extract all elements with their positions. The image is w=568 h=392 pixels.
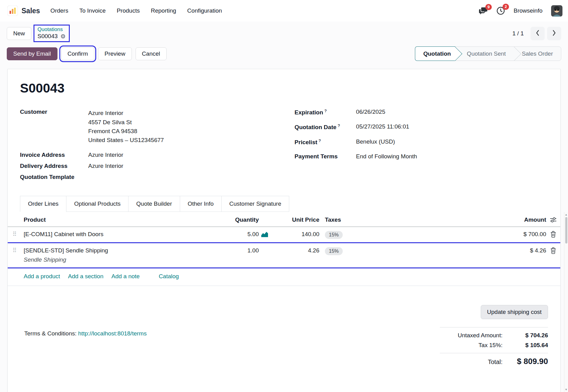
customer-address-line: Fremont CA 94538 <box>88 128 137 134</box>
product-cell[interactable]: [SENDLE-STD] Sendle Shipping <box>24 247 108 254</box>
tab-optional-products[interactable]: Optional Products <box>66 196 128 212</box>
sales-app-icon[interactable] <box>7 6 18 16</box>
tab-customer-signature[interactable]: Customer Signature <box>221 196 289 212</box>
help-icon: ? <box>318 138 321 143</box>
pager-previous-button[interactable] <box>531 27 545 40</box>
form-fields: Customer Azure Interior 4557 De Silva St… <box>20 109 548 185</box>
trash-icon[interactable] <box>550 231 556 238</box>
amount-cell: $ 4.26 <box>375 247 546 254</box>
pager-value[interactable]: 1 / 1 <box>512 30 524 37</box>
menu-orders[interactable]: Orders <box>50 7 68 14</box>
column-header-taxes: Taxes <box>319 216 375 223</box>
terms-link[interactable]: http://localhost:8018/terms <box>78 330 147 337</box>
status-step-sales-order[interactable]: Sales Order <box>514 47 561 61</box>
scrollbar-down-icon[interactable]: ▼ <box>565 387 568 392</box>
quotation-date-field[interactable]: 05/27/2025 11:06:01 <box>356 123 409 131</box>
pager: 1 / 1 <box>512 27 561 40</box>
new-button[interactable]: New <box>7 27 31 40</box>
add-a-section-link[interactable]: Add a section <box>68 273 103 280</box>
customer-field[interactable]: Azure Interior <box>88 110 123 116</box>
tax-value: $ 105.64 <box>503 342 548 349</box>
update-shipping-cost-button[interactable]: Update shipping cost <box>481 305 548 319</box>
scrollbar-up-icon[interactable]: ▲ <box>565 212 568 217</box>
app-name[interactable]: Sales <box>22 7 40 15</box>
untaxed-amount-value: $ 704.26 <box>503 332 548 339</box>
main-menu: Orders To Invoice Products Reporting Con… <box>50 7 222 14</box>
preview-button[interactable]: Preview <box>98 47 132 60</box>
tax-label: Tax 15%: <box>479 342 503 349</box>
control-panel: New Quotations S00043 ⚙ 1 / 1 <box>0 22 568 44</box>
scrollbar-thumb[interactable] <box>565 217 567 244</box>
top-navbar: Sales Orders To Invoice Products Reporti… <box>0 0 568 22</box>
tab-quote-builder[interactable]: Quote Builder <box>128 196 180 212</box>
delivery-address-field[interactable]: Azure Interior <box>88 163 123 169</box>
column-header-unit-price: Unit Price <box>270 216 319 223</box>
unit-price-cell[interactable]: 140.00 <box>270 231 319 238</box>
tab-other-info[interactable]: Other Info <box>180 196 222 212</box>
customer-address-line: 4557 De Silva St <box>88 119 132 125</box>
breadcrumb-parent-link[interactable]: Quotations <box>37 26 66 33</box>
status-step-quotation[interactable]: Quotation <box>415 46 455 61</box>
forecast-icon[interactable] <box>261 231 269 238</box>
terms-label: Terms & Conditions: <box>24 330 77 337</box>
menu-to-invoice[interactable]: To Invoice <box>79 7 106 14</box>
catalog-link[interactable]: Catalog <box>159 273 179 280</box>
product-note[interactable]: Sendle Shipping <box>24 256 193 263</box>
avatar[interactable] <box>551 5 562 17</box>
expiration-field[interactable]: 06/26/2025 <box>356 109 385 116</box>
menu-reporting[interactable]: Reporting <box>151 7 176 14</box>
user-name[interactable]: Browseinfo <box>514 7 542 14</box>
cancel-button[interactable]: Cancel <box>136 47 167 60</box>
payment-terms-field[interactable]: End of Following Month <box>356 153 417 160</box>
pricelist-label: Pricelist? <box>294 138 356 146</box>
statusbar: Quotation Quotation Sent Sales Order <box>415 46 561 61</box>
add-a-product-link[interactable]: Add a product <box>24 273 60 280</box>
sliders-icon[interactable] <box>550 217 557 223</box>
action-bar: Send by Email Confirm Preview Cancel Quo… <box>0 44 568 66</box>
tax-badge[interactable]: 15% <box>325 247 343 255</box>
customer-address-line: United States – US12345677 <box>88 137 164 143</box>
confirm-button[interactable]: Confirm <box>61 47 95 60</box>
drag-handle-icon[interactable]: ⠿ <box>8 231 21 238</box>
form-sheet: S00043 Customer Azure Interior 4557 De S… <box>7 69 561 392</box>
invoice-address-field[interactable]: Azure Interior <box>88 152 123 158</box>
tax-badge[interactable]: 15% <box>325 231 343 239</box>
help-icon: ? <box>338 123 340 128</box>
messages-icon[interactable]: 9 <box>479 7 488 15</box>
totals-block: Untaxed Amount: $ 704.26 Tax 15%: $ 105.… <box>440 327 548 368</box>
invoice-address-label: Invoice Address <box>20 152 88 158</box>
total-value: $ 809.90 <box>503 357 548 366</box>
send-by-email-button[interactable]: Send by Email <box>7 47 57 60</box>
column-header-quantity: Quantity <box>193 216 259 223</box>
unit-price-cell[interactable]: 4.26 <box>270 247 319 254</box>
messages-badge: 9 <box>485 4 492 10</box>
order-lines-table: Product Quantity Unit Price Taxes Amount… <box>8 212 560 286</box>
pricelist-field[interactable]: Benelux (USD) <box>356 138 395 146</box>
notebook-tabs: Order Lines Optional Products Quote Buil… <box>20 196 289 212</box>
expiration-label: Expiration? <box>294 109 356 116</box>
menu-products[interactable]: Products <box>117 7 140 14</box>
activities-icon[interactable]: 2 <box>496 6 505 15</box>
page-title: S00043 <box>20 81 548 96</box>
add-a-note-link[interactable]: Add a note <box>111 273 140 280</box>
trash-icon[interactable] <box>550 247 556 254</box>
customer-label: Customer <box>20 109 88 145</box>
chevron-left-icon <box>536 30 539 37</box>
tab-order-lines[interactable]: Order Lines <box>20 196 66 212</box>
column-header-product: Product <box>21 216 193 223</box>
delivery-address-label: Delivery Address <box>20 163 88 169</box>
amount-cell: $ 700.00 <box>375 231 546 238</box>
gear-icon[interactable]: ⚙ <box>61 34 66 39</box>
pager-next-button[interactable] <box>547 27 561 40</box>
quotation-date-label: Quotation Date? <box>294 123 356 131</box>
status-step-quotation-sent[interactable]: Quotation Sent <box>455 47 514 61</box>
table-footer-links: Add a product Add a section Add a note C… <box>8 267 560 286</box>
table-header-row: Product Quantity Unit Price Taxes Amount <box>8 212 560 227</box>
column-header-amount: Amount <box>375 216 546 223</box>
quantity-cell[interactable]: 5.00 <box>193 231 259 238</box>
drag-handle-icon[interactable]: ⠿ <box>8 247 21 254</box>
menu-configuration[interactable]: Configuration <box>187 7 222 14</box>
quantity-cell[interactable]: 1.00 <box>193 247 259 254</box>
scrollbar[interactable]: ▲ ▼ <box>564 212 568 392</box>
product-cell[interactable]: [E-COM11] Cabinet with Doors <box>21 231 193 238</box>
